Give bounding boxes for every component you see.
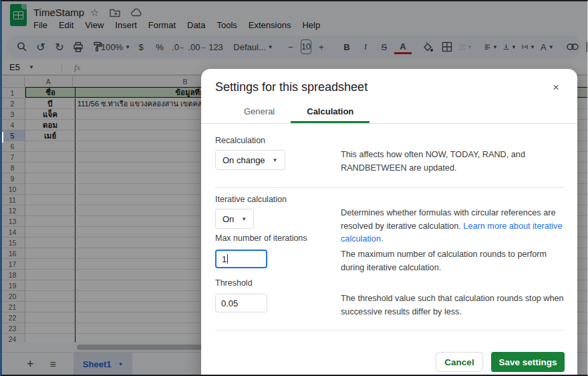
- dialog-title: Settings for this spreadsheet: [215, 80, 368, 94]
- threshold-input[interactable]: 0.05: [215, 294, 267, 312]
- text-cursor: [227, 254, 228, 264]
- iterative-calculation-desc: Determines whether formulas with circula…: [341, 207, 565, 246]
- iterative-calculation-select[interactable]: On▼: [215, 209, 254, 229]
- tab-general[interactable]: General: [228, 106, 291, 123]
- tabs-divider: [201, 123, 577, 124]
- footer-divider: [215, 330, 563, 331]
- close-icon[interactable]: ×: [548, 80, 564, 96]
- recalculation-label: Recalculation: [215, 136, 265, 145]
- cancel-button[interactable]: Cancel: [436, 352, 483, 372]
- max-iterations-input[interactable]: 1: [215, 250, 267, 268]
- dialog-tabs: General Calculation: [228, 106, 370, 123]
- section-divider: [215, 187, 563, 188]
- max-iterations-desc: The maximum number of calculation rounds…: [341, 248, 565, 274]
- threshold-label: Threshold: [215, 278, 253, 288]
- recalculation-select[interactable]: On change▼: [215, 150, 285, 170]
- left-edge-notch: [0, 132, 3, 143]
- iterative-calculation-label: Iterative calculation: [215, 195, 287, 204]
- max-iterations-label: Max number of iterations: [215, 233, 307, 243]
- recalculation-desc: This affects how often NOW, TODAY, RAND,…: [341, 149, 565, 175]
- tab-calculation[interactable]: Calculation: [291, 106, 370, 123]
- screenshot-root: TimeStamp ☆ File Edit View Insert Format…: [0, 0, 588, 376]
- threshold-desc: The threshold value such that calculatio…: [341, 292, 565, 318]
- settings-dialog: Settings for this spreadsheet × General …: [201, 69, 577, 376]
- save-settings-button[interactable]: Save settings: [491, 352, 565, 372]
